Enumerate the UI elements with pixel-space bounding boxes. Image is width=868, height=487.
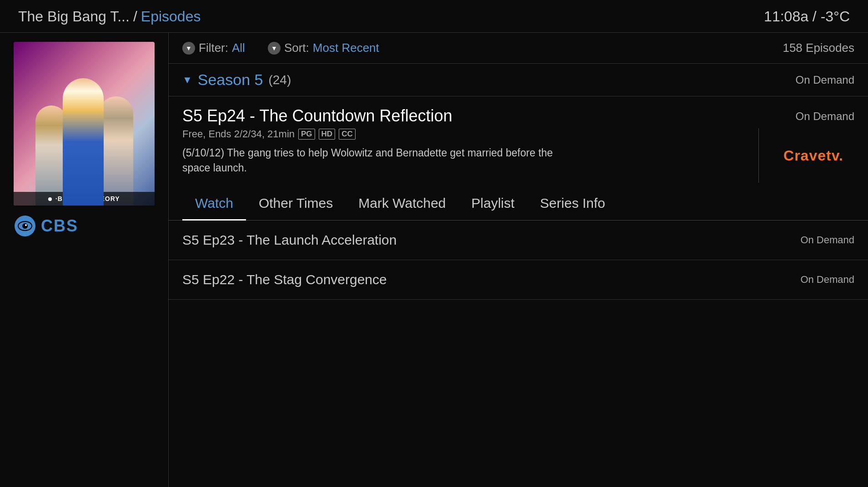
season-header: ▼ Season 5 (24) On Demand [169, 64, 868, 96]
featured-text: Free, Ends 2/2/34, 21min PG HD CC (5/10/… [182, 128, 745, 183]
tab-other-times[interactable]: Other Times [246, 187, 346, 221]
filter-label: Filter: [199, 41, 228, 55]
episode-count: 158 Episodes [783, 41, 854, 55]
featured-episode: S5 Ep24 - The Countdown Reflection On De… [169, 96, 868, 183]
sort-label: Sort: [284, 41, 309, 55]
svg-point-2 [22, 223, 28, 229]
cbs-eye-icon [14, 215, 36, 237]
list-item[interactable]: S5 Ep23 - The Launch Acceleration On Dem… [169, 221, 868, 260]
sort-value: Most Recent [313, 41, 379, 55]
season-availability: On Demand [796, 74, 854, 86]
show-poster: ·BIGBANGTHEORY [14, 42, 155, 206]
season-collapse-arrow[interactable]: ▼ [182, 74, 192, 86]
action-tabs: Watch Other Times Mark Watched Playlist … [169, 187, 868, 221]
episode-list-title-1: S5 Ep23 - The Launch Acceleration [182, 232, 396, 248]
episode-row-top: S5 Ep24 - The Countdown Reflection On De… [182, 106, 854, 126]
filter-dropdown-arrow[interactable]: ▼ [182, 42, 195, 55]
badge-pg: PG [298, 129, 315, 140]
poster-dot [48, 197, 52, 201]
episode-meta-text: Free, Ends 2/2/34, 21min [182, 128, 295, 140]
tab-watch[interactable]: Watch [182, 187, 246, 221]
featured-content: Free, Ends 2/2/34, 21min PG HD CC (5/10/… [182, 128, 854, 183]
badge-cc: CC [339, 129, 356, 140]
episode-list-avail-2: On Demand [800, 274, 854, 286]
svg-point-3 [25, 224, 27, 226]
tab-mark-watched[interactable]: Mark Watched [346, 187, 458, 221]
sort-control[interactable]: ▼ Sort: Most Recent [268, 41, 379, 55]
episode-availability: On Demand [796, 110, 854, 123]
network-name: CBS [41, 216, 78, 236]
tab-playlist[interactable]: Playlist [459, 187, 527, 221]
filter-bar: ▼ Filter: All ▼ Sort: Most Recent 158 Ep… [169, 33, 868, 64]
figure-right [99, 96, 133, 206]
main-layout: ·BIGBANGTHEORY CBS ▼ Filter: All ▼ [0, 33, 868, 487]
tab-series-info[interactable]: Series Info [527, 187, 618, 221]
list-item[interactable]: S5 Ep22 - The Stag Convergence On Demand [169, 260, 868, 300]
poster-figures [14, 42, 155, 206]
cravetv-period: . [839, 147, 843, 164]
season-episode-count: (24) [268, 73, 291, 87]
filter-control[interactable]: ▼ Filter: All [182, 41, 245, 55]
episode-meta: Free, Ends 2/2/34, 21min PG HD CC [182, 128, 745, 140]
episode-list-title-2: S5 Ep22 - The Stag Convergence [182, 272, 387, 287]
episode-list: S5 Ep23 - The Launch Acceleration On Dem… [169, 221, 868, 300]
breadcrumb: The Big Bang T... / Episodes [18, 8, 201, 25]
cravetv-dot: tv [826, 147, 839, 164]
header: The Big Bang T... / Episodes 11:08a / -3… [0, 0, 868, 33]
cravetv-logo-text: Cravetv. [783, 138, 843, 173]
sort-dropdown-arrow[interactable]: ▼ [268, 42, 281, 55]
streaming-service-logo: Cravetv. [773, 128, 854, 183]
season-title: Season 5 [198, 71, 263, 89]
right-panel: ▼ Filter: All ▼ Sort: Most Recent 158 Ep… [168, 33, 868, 487]
section-label: Episodes [141, 8, 201, 25]
show-name: The Big Bang T... [18, 8, 130, 25]
clock: 11:08a / -3°C [764, 8, 850, 25]
filter-value: All [232, 41, 245, 55]
left-panel: ·BIGBANGTHEORY CBS [0, 33, 168, 487]
badge-hd: HD [319, 129, 336, 140]
network-logo: CBS [14, 215, 155, 237]
featured-divider [758, 128, 759, 183]
episode-description: (5/10/12) The gang tries to help Wolowit… [182, 146, 555, 176]
episode-title: S5 Ep24 - The Countdown Reflection [182, 106, 452, 126]
breadcrumb-separator: / [133, 8, 137, 25]
episode-list-avail-1: On Demand [800, 234, 854, 246]
figure-center [63, 78, 104, 206]
